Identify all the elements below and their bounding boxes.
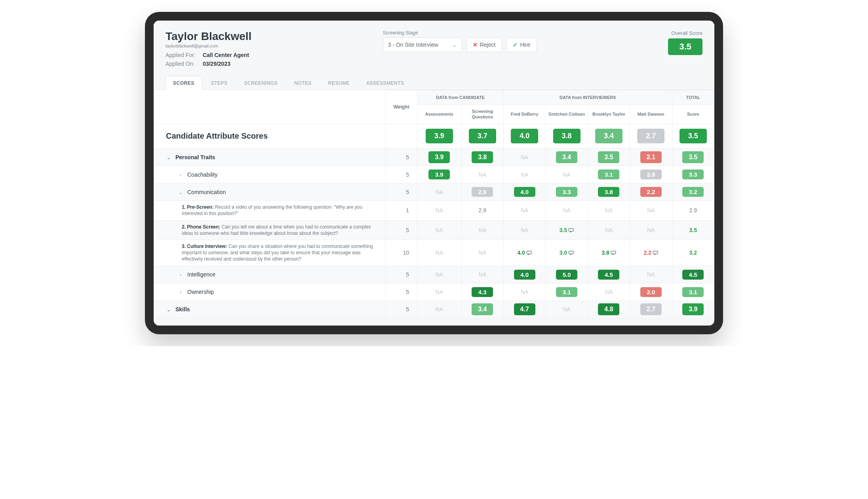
comment-icon [611,250,616,254]
comment-icon [653,250,658,254]
score-cell: 4.0 [503,183,545,201]
toggle-row-label[interactable]: Coachability [154,166,386,183]
score-cell: NA [417,201,461,220]
row-label-text: Skills [175,306,190,312]
col-score: Score [672,105,714,124]
score-cell: 2.9 [630,166,672,183]
col-screening-questions: Screening Questions [461,105,503,124]
col-assessments: Assessments [417,105,461,124]
score-cell: NA [503,166,545,183]
candidate-info: Taylor Blackwell taylorblackwell@gmail.c… [166,30,251,69]
score-cell: NA [503,201,545,220]
weight-cell [386,124,417,149]
overall-score-value: 3.5 [668,38,702,55]
row-label-text: Ownership [187,289,214,295]
reject-label: Reject [480,42,496,48]
applied-for-value: Call Center Agent [203,52,249,58]
score-cell: 3.5 [672,149,714,166]
candidate-name: Taylor Blackwell [166,30,251,43]
score-cell: NA [630,266,672,283]
score-cell: 3.0 [546,240,588,266]
tab-screenings[interactable]: SCREENINGS [237,76,285,90]
weight-cell: 5 [386,183,417,201]
row-label-text: Coachability [187,171,217,178]
comment-icon [526,250,532,254]
applied-for-label: Applied For: [166,51,201,59]
score-cell: 3.1 [588,166,630,183]
svg-rect-0 [569,229,573,231]
score-cell: 3.5 [546,220,588,240]
candidate-meta: Applied For: Call Center Agent Applied O… [166,51,251,69]
tab-resume[interactable]: RESUME [321,76,357,90]
score-cell: NA [546,166,588,183]
chevron-right-icon [178,172,183,178]
table-row: Intelligence5NANA4.05.04.5NA4.5 [154,266,714,283]
tab-scores[interactable]: SCORES [166,76,202,90]
chevron-down-icon [178,190,183,195]
tab-notes[interactable]: NOTES [287,76,319,90]
weight-cell: 1 [386,201,417,220]
score-cell: NA [417,301,461,318]
hire-label: Hire [520,42,530,48]
score-cell: 3.3 [672,166,714,183]
chevron-down-icon: ⌄ [452,42,457,48]
score-cell: NA [461,240,503,266]
weight-cell: 5 [386,149,417,166]
score-cell: NA [417,266,461,283]
score-cell: 2.0 [630,283,672,301]
score-cell: NA [417,220,461,240]
toggle-row-label[interactable]: Personal Traits [154,149,386,166]
chevron-down-icon [166,307,171,312]
toggle-row-label[interactable]: Ownership [154,283,386,301]
score-cell: 4.0 [503,240,545,266]
score-cell: 3.7 [461,124,503,149]
score-cell: NA [588,220,630,240]
screening-stage-label: Screening Stage [383,30,537,36]
score-cell: NA [546,201,588,220]
svg-rect-3 [611,251,616,254]
app-screen: Taylor Blackwell taylorblackwell@gmail.c… [154,21,714,326]
question-row-label: 2. Phone Screen: Can you tell me about a… [154,220,386,240]
table-row: 1. Pre-Screen: Record a video of you ans… [154,201,714,220]
score-cell: NA [417,240,461,266]
score-cell: 2.2 [630,240,672,266]
applied-on-label: Applied On: [166,59,201,68]
score-cell: NA [588,201,630,220]
score-cell: 4.5 [588,266,630,283]
reject-button[interactable]: ✕ Reject [466,37,503,52]
tab-steps[interactable]: STEPS [204,76,235,90]
score-cell: 3.4 [546,149,588,166]
score-cell: 3.9 [417,124,461,149]
score-cell: NA [503,220,545,240]
table-row: Candidate Attribute Scores3.93.74.03.83.… [154,124,714,149]
svg-rect-4 [653,251,658,254]
score-cell: 5.0 [546,266,588,283]
weight-cell: 5 [386,301,417,318]
toggle-row-label[interactable]: Communication [154,183,386,201]
toggle-row-label[interactable]: Skills [154,301,386,318]
score-cell: 3.8 [461,149,503,166]
scores-table-wrap: Weight DATA from CANDIDATE DATA from INT… [154,90,714,318]
comment-icon [568,227,574,232]
weight-cell: 5 [386,283,417,301]
section-title: Candidate Attribute Scores [154,124,386,149]
col-weight: Weight [386,90,417,124]
score-cell: 3.8 [588,183,630,201]
toggle-row-label[interactable]: Intelligence [154,266,386,283]
score-cell: 3.3 [546,183,588,201]
screening-stage-dropdown[interactable]: 3 - On Site Interview ⌄ [383,37,462,52]
score-cell: 4.0 [503,124,545,149]
score-cell: 3.9 [417,149,461,166]
applied-on-value: 03/29/2023 [203,61,230,67]
score-cell: NA [461,220,503,240]
score-cell: 3.8 [546,124,588,149]
weight-cell: 5 [386,220,417,240]
score-cell: 2.9 [461,183,503,201]
tab-assessments[interactable]: ASSESSMENTS [359,76,412,90]
col-interviewer-2: Brooklyn Taylor [588,105,630,124]
score-cell: 3.5 [672,220,714,240]
col-group-total: TOTAL [672,90,714,105]
score-cell: 3.2 [672,240,714,266]
stage-actions: Screening Stage 3 - On Site Interview ⌄ … [383,30,537,52]
hire-button[interactable]: ✓ Hire [506,37,537,52]
